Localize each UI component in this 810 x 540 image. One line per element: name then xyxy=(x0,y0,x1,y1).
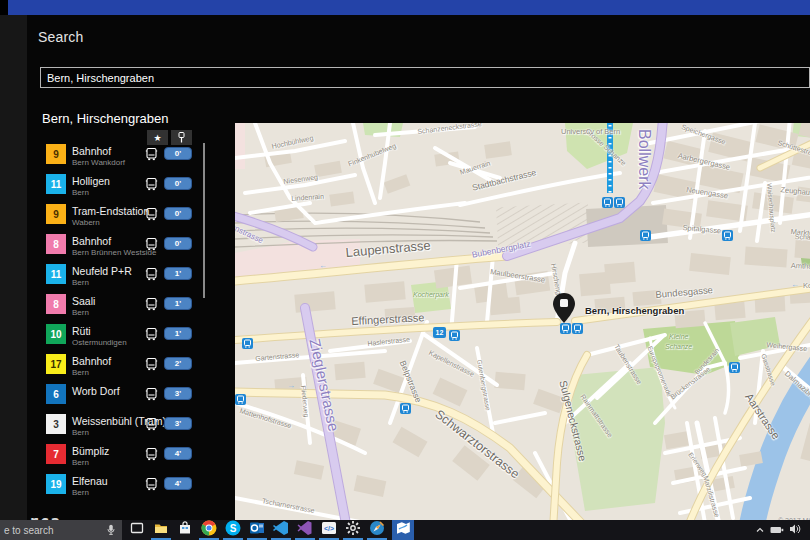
destination-name: Saali xyxy=(72,295,95,307)
eta-badge: 0' xyxy=(164,207,192,220)
map-label-bollwerk: Bollwerk xyxy=(635,129,653,189)
destination-name: Bahnhof xyxy=(72,355,111,367)
settings-taskbar-button[interactable] xyxy=(342,520,364,540)
line-number-badge: 6 xyxy=(46,384,66,404)
destination-place: Bern xyxy=(72,428,89,437)
results-heading: Bern, Hirschengraben xyxy=(42,111,168,126)
maps-app-window: Search Bern, Hirschengraben ★ 9BahnhofBe… xyxy=(27,15,810,520)
transit-result-row[interactable]: 10RütiOstermundigen1' xyxy=(27,323,207,353)
transit-result-row[interactable]: 8BahnhofBern Brünnen Westside0' xyxy=(27,233,207,263)
settings-icon xyxy=(345,520,361,540)
eta-badge: 2' xyxy=(164,357,192,370)
bus-icon xyxy=(145,447,158,465)
star-icon: ★ xyxy=(153,133,161,143)
map-label-kochergasse: Kochergasse xyxy=(803,281,810,290)
eta-badge: 4' xyxy=(164,477,192,490)
transit-stop-icon[interactable] xyxy=(449,327,460,338)
transit-stop-icon[interactable] xyxy=(242,335,253,346)
line-number-badge: 10 xyxy=(46,324,66,344)
list-scrollbar[interactable] xyxy=(203,143,205,298)
outlook-icon xyxy=(249,520,265,540)
bus-icon xyxy=(145,357,158,375)
transit-result-row[interactable]: 11Neufeld P+RBern1' xyxy=(27,263,207,293)
bus-icon xyxy=(145,327,158,345)
bus-icon xyxy=(145,267,158,285)
transit-stop-icon[interactable] xyxy=(640,227,651,238)
destination-name: Elfenau xyxy=(72,475,108,487)
map-label-schanze: Schanze xyxy=(665,343,692,350)
transit-stop-icon[interactable] xyxy=(400,400,411,411)
bus-icon xyxy=(145,297,158,315)
transit-result-row[interactable]: 9Tram-EndstationWabern0' xyxy=(27,203,207,233)
eta-badge: 4' xyxy=(164,447,192,460)
speaker-icon[interactable] xyxy=(789,521,802,539)
visual-studio-taskbar-button[interactable] xyxy=(294,520,316,540)
destination-place: Bern xyxy=(72,458,89,467)
map-label-arrow-laupen: ← xyxy=(319,261,327,270)
microphone-icon[interactable] xyxy=(104,522,118,540)
file-explorer-taskbar-button[interactable] xyxy=(150,520,172,540)
skype-taskbar-button[interactable]: S xyxy=(222,520,244,540)
taskbar-search-box[interactable]: e to search xyxy=(0,520,122,540)
bus-icon xyxy=(145,147,158,165)
transit-result-row[interactable]: 3Weissenbühl (Tram)Bern3' xyxy=(27,413,207,443)
code-icon: </> xyxy=(321,520,337,540)
transit-stop-icon[interactable] xyxy=(602,194,613,205)
transit-result-row[interactable]: 11HolligenBern0' xyxy=(27,173,207,203)
battery-icon[interactable] xyxy=(770,521,784,539)
visual-studio-icon xyxy=(297,520,313,540)
transit-line-badge[interactable]: 12 xyxy=(433,327,446,338)
outlook-taskbar-button[interactable] xyxy=(246,520,268,540)
svg-text:</>: </> xyxy=(324,525,334,532)
location-pin-icon[interactable] xyxy=(553,293,575,327)
code-taskbar-button[interactable]: </> xyxy=(318,520,340,540)
chevron-up-icon[interactable] xyxy=(755,521,765,539)
transit-result-row[interactable]: 17BahnhofBern2' xyxy=(27,353,207,383)
vs-code-icon xyxy=(273,520,289,540)
transit-result-row[interactable]: 6Worb Dorf3' xyxy=(27,383,207,413)
bus-icon xyxy=(145,417,158,435)
map-canvas[interactable]: University of BernGrosse SchanzeHochbühl… xyxy=(235,123,810,529)
transit-stop-icon[interactable] xyxy=(722,227,733,238)
map-label-kleine: Kleine xyxy=(669,333,688,340)
destination-place: Ostermundigen xyxy=(72,338,127,347)
transit-result-row[interactable]: 8SaaliBern1' xyxy=(27,293,207,323)
map-label-arrow-kocher: ← xyxy=(791,280,799,289)
background-window-edge xyxy=(0,15,27,520)
vs-code-taskbar-button[interactable] xyxy=(270,520,292,540)
system-tray xyxy=(755,520,802,540)
destination-name: Worb Dorf xyxy=(72,385,120,397)
line-number-badge: 19 xyxy=(46,474,66,494)
bus-icon xyxy=(145,177,158,195)
eta-badge: 0' xyxy=(164,177,192,190)
search-input[interactable] xyxy=(40,67,810,88)
page-title: Search xyxy=(38,29,84,45)
skype-icon: S xyxy=(225,520,241,540)
eta-badge: 1' xyxy=(164,327,192,340)
line-number-badge: 8 xyxy=(46,294,66,314)
window-titlebar[interactable] xyxy=(8,0,810,15)
transit-stop-icon[interactable] xyxy=(235,391,246,402)
transit-stop-icon[interactable] xyxy=(614,194,625,205)
microsoft-store-taskbar-button[interactable] xyxy=(174,520,196,540)
destination-name: Bahnhof xyxy=(72,145,111,157)
compass-taskbar-button[interactable] xyxy=(366,520,388,540)
transit-results-list: 9BahnhofBern Wankdorf0'11HolligenBern0'9… xyxy=(27,143,207,505)
line-number-badge: 7 xyxy=(46,444,66,464)
eta-badge: 1' xyxy=(164,267,192,280)
transit-stop-icon[interactable] xyxy=(729,359,740,370)
destination-place: Bern xyxy=(72,188,89,197)
chrome-taskbar-button[interactable] xyxy=(198,520,220,540)
destination-name: Rüti xyxy=(72,325,91,337)
task-view-taskbar-button[interactable] xyxy=(126,520,148,540)
transit-result-row[interactable]: 19ElfenauBern4' xyxy=(27,473,207,503)
destination-name: Bümpliz xyxy=(72,445,109,457)
maps-taskbar-button[interactable] xyxy=(392,520,414,540)
bus-icon xyxy=(145,237,158,255)
destination-name: Tram-Endstation xyxy=(72,205,149,217)
transit-result-row[interactable]: 7BümplizBern4' xyxy=(27,443,207,473)
compass-icon xyxy=(369,520,385,540)
screen: Search Bern, Hirschengraben ★ 9BahnhofBe… xyxy=(0,0,810,540)
bus-icon xyxy=(145,477,158,495)
transit-result-row[interactable]: 9BahnhofBern Wankdorf0' xyxy=(27,143,207,173)
